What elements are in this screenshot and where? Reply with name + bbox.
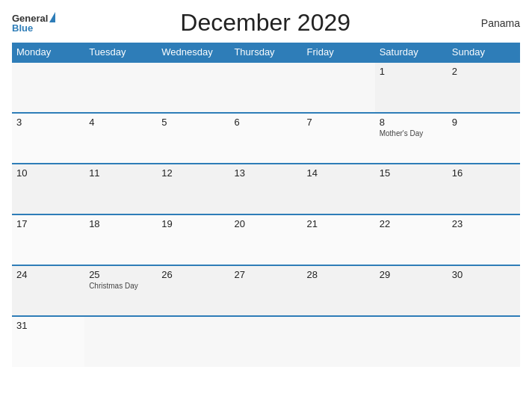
weekday-wednesday: Wednesday <box>157 43 229 62</box>
day-number: 4 <box>89 117 152 128</box>
logo: General Blue <box>12 13 55 33</box>
calendar-cell: 9 <box>448 113 520 164</box>
weekday-friday: Friday <box>303 43 375 62</box>
calendar-cell <box>448 316 520 367</box>
calendar-table: MondayTuesdayWednesdayThursdayFridaySatu… <box>12 43 520 367</box>
calendar-cell <box>303 316 375 367</box>
calendar-cell: 4 <box>84 113 157 164</box>
calendar-week-row: 2425Christmas Day2627282930 <box>12 265 520 316</box>
calendar-header-row: MondayTuesdayWednesdayThursdayFridaySatu… <box>12 43 520 62</box>
calendar-cell: 17 <box>12 214 84 265</box>
day-number: 20 <box>234 218 297 229</box>
calendar-cell: 1 <box>375 62 448 113</box>
country-label: Panama <box>475 17 520 29</box>
day-number: 14 <box>307 167 371 179</box>
calendar-cell: 2 <box>448 62 520 113</box>
day-number: 31 <box>16 320 80 331</box>
day-number: 23 <box>452 218 516 229</box>
day-number: 30 <box>452 269 516 280</box>
logo-block: General Blue <box>12 13 55 33</box>
calendar-cell: 13 <box>229 164 302 214</box>
calendar-cell: 30 <box>448 265 520 316</box>
calendar-cell: 10 <box>12 164 84 214</box>
logo-blue-text: Blue <box>12 23 33 33</box>
calendar-cell: 12 <box>157 164 229 214</box>
calendar-cell <box>157 62 229 113</box>
calendar-cell: 19 <box>157 214 229 265</box>
logo-general-text: General <box>12 13 48 23</box>
calendar-cell <box>229 316 302 367</box>
day-number: 11 <box>89 167 152 179</box>
weekday-thursday: Thursday <box>229 43 302 62</box>
calendar-cell: 16 <box>448 164 520 214</box>
day-number: 27 <box>234 269 297 280</box>
day-number: 7 <box>307 117 371 128</box>
day-number: 19 <box>161 218 225 229</box>
day-number: 24 <box>16 269 80 280</box>
calendar-cell: 14 <box>303 164 375 214</box>
calendar-cell: 6 <box>229 113 302 164</box>
day-number: 28 <box>307 269 371 280</box>
weekday-saturday: Saturday <box>375 43 448 62</box>
calendar-cell <box>157 316 229 367</box>
calendar-cell <box>375 316 448 367</box>
day-number: 29 <box>380 269 443 280</box>
day-number: 15 <box>380 167 443 179</box>
calendar-cell: 21 <box>303 214 375 265</box>
day-number: 13 <box>234 167 297 179</box>
day-number: 3 <box>16 117 80 128</box>
day-number: 1 <box>380 66 443 77</box>
day-number: 10 <box>16 167 80 179</box>
calendar-cell: 24 <box>12 265 84 316</box>
weekday-sunday: Sunday <box>448 43 520 62</box>
day-number: 2 <box>452 66 516 77</box>
calendar-cell: 15 <box>375 164 448 214</box>
calendar-cell: 8Mother's Day <box>375 113 448 164</box>
day-number: 9 <box>452 117 516 128</box>
calendar-cell: 3 <box>12 113 84 164</box>
event-label: Christmas Day <box>89 282 152 290</box>
calendar-week-row: 31 <box>12 316 520 367</box>
day-number: 17 <box>16 218 80 229</box>
calendar-cell: 31 <box>12 316 84 367</box>
calendar-cell <box>84 316 157 367</box>
day-number: 6 <box>234 117 297 128</box>
calendar-cell: 28 <box>303 265 375 316</box>
day-number: 25 <box>89 269 152 280</box>
event-label: Mother's Day <box>380 129 443 137</box>
calendar-cell: 7 <box>303 113 375 164</box>
day-number: 5 <box>161 117 225 128</box>
calendar-cell: 26 <box>157 265 229 316</box>
calendar-cell <box>303 62 375 113</box>
calendar-cell: 20 <box>229 214 302 265</box>
day-number: 22 <box>380 218 443 229</box>
calendar-cell: 25Christmas Day <box>84 265 157 316</box>
day-number: 18 <box>89 218 152 229</box>
day-number: 26 <box>161 269 225 280</box>
day-number: 16 <box>452 167 516 179</box>
calendar-cell: 11 <box>84 164 157 214</box>
calendar-cell: 29 <box>375 265 448 316</box>
weekday-header-row: MondayTuesdayWednesdayThursdayFridaySatu… <box>12 43 520 62</box>
calendar-cell: 5 <box>157 113 229 164</box>
day-number: 12 <box>161 167 225 179</box>
day-number: 21 <box>307 218 371 229</box>
calendar-body: 12345678Mother's Day91011121314151617181… <box>12 62 520 367</box>
day-number: 8 <box>380 117 443 128</box>
calendar-cell: 22 <box>375 214 448 265</box>
calendar-week-row: 17181920212223 <box>12 214 520 265</box>
logo-row1: General <box>12 13 55 23</box>
weekday-tuesday: Tuesday <box>84 43 157 62</box>
calendar-cell <box>229 62 302 113</box>
calendar-header: General Blue December 2029 Panama <box>12 9 520 37</box>
calendar-cell: 23 <box>448 214 520 265</box>
calendar-week-row: 12 <box>12 62 520 113</box>
logo-triangle-icon <box>49 12 55 22</box>
calendar-cell <box>12 62 84 113</box>
calendar-cell <box>84 62 157 113</box>
calendar-page: General Blue December 2029 Panama Monday… <box>0 0 532 411</box>
calendar-week-row: 10111213141516 <box>12 164 520 214</box>
month-title: December 2029 <box>55 9 475 37</box>
calendar-cell: 18 <box>84 214 157 265</box>
calendar-cell: 27 <box>229 265 302 316</box>
